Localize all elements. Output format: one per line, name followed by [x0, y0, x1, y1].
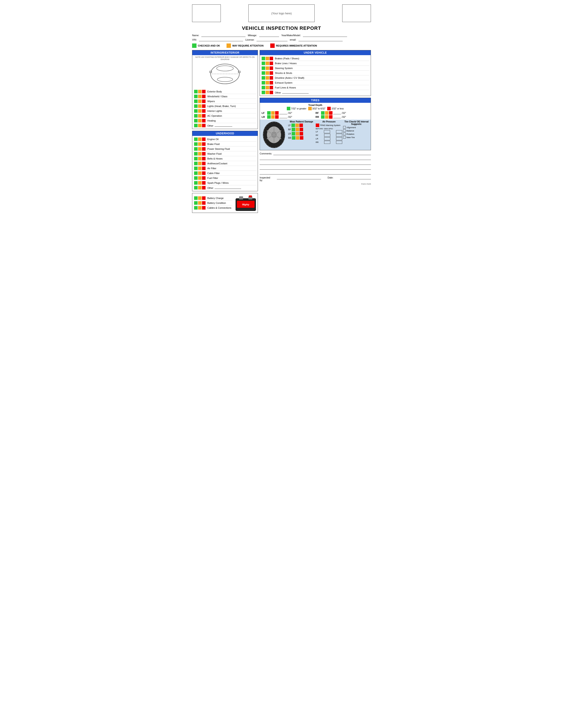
red-cb[interactable]: [202, 152, 205, 156]
red-cb[interactable]: [300, 124, 303, 127]
color-boxes-engine-oil[interactable]: [194, 137, 205, 141]
green-cb[interactable]: [261, 57, 265, 60]
red-cb[interactable]: [329, 115, 333, 119]
red-cb[interactable]: [202, 114, 205, 118]
red-cb[interactable]: [269, 62, 273, 65]
red-cb[interactable]: [202, 109, 205, 113]
color-boxes-wipers[interactable]: [194, 99, 205, 103]
red-cb[interactable]: [202, 206, 205, 210]
yellow-cb[interactable]: [198, 104, 201, 108]
rotation-option[interactable]: Rotation: [343, 133, 370, 135]
new-tire-option[interactable]: New Tire: [343, 136, 370, 139]
wear-rf-boxes[interactable]: [292, 128, 303, 131]
yellow-cb[interactable]: [325, 111, 329, 115]
color-boxes-other-uv[interactable]: [261, 91, 273, 94]
red-cb[interactable]: [202, 137, 205, 141]
rf-boxes[interactable]: [321, 111, 333, 115]
green-cb[interactable]: [194, 90, 197, 93]
color-boxes-antifreeze[interactable]: [194, 162, 205, 165]
color-boxes-power-steering[interactable]: [194, 147, 205, 151]
yellow-cb[interactable]: [265, 81, 269, 84]
red-cb[interactable]: [329, 111, 333, 115]
color-boxes-brake-lines[interactable]: [261, 62, 273, 65]
comment-line-3[interactable]: [259, 161, 371, 165]
other-underhood-line[interactable]: [214, 186, 241, 189]
wear-lr-boxes[interactable]: [292, 132, 303, 135]
rf-reading-line[interactable]: [333, 112, 341, 114]
pressure-rr-before[interactable]: [324, 141, 330, 144]
red-cb[interactable]: [202, 162, 205, 165]
yellow-cb[interactable]: [296, 136, 300, 140]
red-cb[interactable]: [202, 167, 205, 170]
red-cb[interactable]: [269, 71, 273, 75]
color-boxes-interior-lights[interactable]: [194, 109, 205, 113]
red-cb[interactable]: [202, 181, 205, 185]
color-boxes-driveline[interactable]: [261, 76, 273, 80]
green-cb[interactable]: [194, 152, 197, 156]
yellow-cb[interactable]: [265, 57, 269, 60]
color-boxes-shocks[interactable]: [261, 71, 273, 75]
green-cb[interactable]: [292, 128, 295, 131]
green-cb[interactable]: [194, 109, 197, 113]
green-cb[interactable]: [267, 111, 271, 115]
lr-boxes[interactable]: [267, 115, 278, 119]
yellow-cb[interactable]: [198, 186, 201, 190]
color-boxes-windshield[interactable]: [194, 95, 205, 98]
yellow-cb[interactable]: [296, 124, 299, 127]
yellow-cb[interactable]: [198, 119, 201, 122]
yellow-cb[interactable]: [198, 171, 201, 175]
red-cb[interactable]: [202, 99, 205, 103]
alignment-option[interactable]: Alignment: [343, 126, 370, 129]
yellow-cb[interactable]: [265, 62, 269, 65]
wear-rr-boxes[interactable]: [292, 136, 304, 140]
green-cb[interactable]: [194, 201, 197, 205]
color-boxes-spark-plugs[interactable]: [194, 181, 205, 185]
green-cb[interactable]: [194, 137, 197, 141]
color-boxes-steering[interactable]: [261, 66, 273, 70]
yellow-cb[interactable]: [198, 114, 201, 118]
yellow-cb[interactable]: [198, 201, 201, 205]
yellow-cb[interactable]: [198, 137, 201, 141]
color-boxes-ac[interactable]: [194, 114, 205, 118]
green-cb[interactable]: [261, 71, 265, 75]
color-boxes-other-int[interactable]: [194, 124, 205, 127]
red-cb[interactable]: [202, 196, 205, 200]
green-cb[interactable]: [194, 167, 197, 170]
red-cb[interactable]: [202, 157, 205, 160]
color-boxes-brakes[interactable]: [261, 57, 273, 60]
color-boxes-battery-condition[interactable]: [194, 201, 205, 205]
green-cb[interactable]: [321, 115, 325, 119]
green-cb[interactable]: [194, 124, 197, 127]
green-cb[interactable]: [194, 157, 197, 160]
license-input-line[interactable]: [256, 38, 288, 41]
yellow-cb[interactable]: [325, 115, 329, 119]
red-cb[interactable]: [202, 90, 205, 93]
green-cb[interactable]: [194, 171, 197, 175]
mileage-input-line[interactable]: [259, 34, 279, 37]
date-line[interactable]: [340, 176, 371, 179]
yellow-cb[interactable]: [198, 157, 201, 160]
yellow-cb[interactable]: [198, 181, 201, 185]
green-cb[interactable]: [194, 119, 197, 122]
yellow-cb[interactable]: [198, 147, 201, 151]
yellow-cb[interactable]: [296, 128, 299, 131]
yellow-cb[interactable]: [198, 176, 201, 180]
green-cb[interactable]: [261, 62, 265, 65]
red-cb[interactable]: [300, 132, 303, 135]
red-cb[interactable]: [269, 76, 273, 80]
yellow-cb[interactable]: [271, 115, 274, 119]
green-cb[interactable]: [194, 181, 197, 185]
color-boxes-other-underhood[interactable]: [194, 186, 205, 190]
red-cb[interactable]: [269, 86, 273, 89]
other-int-line[interactable]: [214, 124, 232, 127]
pressure-lf-oem[interactable]: [336, 130, 342, 133]
color-boxes-cables[interactable]: [194, 206, 205, 210]
comment-line-5[interactable]: [259, 171, 371, 174]
green-cb[interactable]: [194, 206, 197, 210]
color-boxes-heating[interactable]: [194, 119, 205, 122]
alignment-checkbox[interactable]: [343, 126, 346, 129]
green-cb[interactable]: [321, 111, 325, 115]
yellow-cb[interactable]: [198, 99, 201, 103]
green-cb[interactable]: [194, 95, 197, 98]
red-cb[interactable]: [202, 95, 205, 98]
